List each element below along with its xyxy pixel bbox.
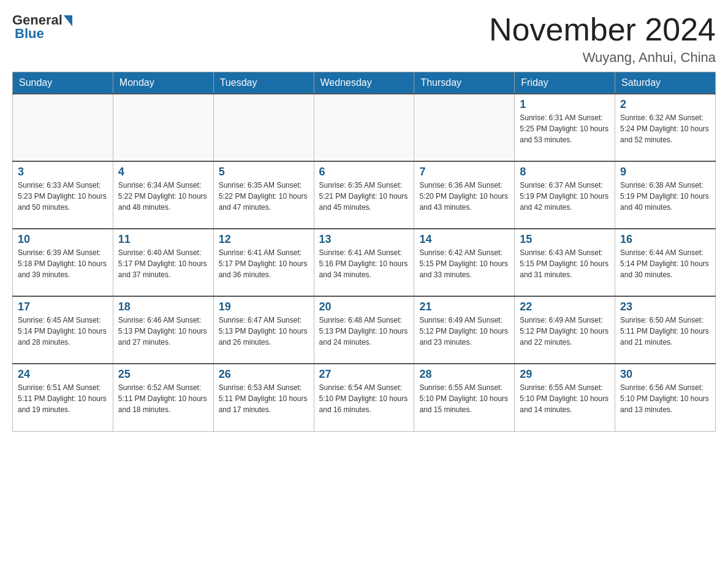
calendar-cell: 9Sunrise: 6:38 AM Sunset: 5:19 PM Daylig… — [615, 161, 716, 229]
day-info: Sunrise: 6:42 AM Sunset: 5:15 PM Dayligh… — [419, 247, 509, 280]
calendar-cell: 10Sunrise: 6:39 AM Sunset: 5:18 PM Dayli… — [13, 229, 113, 296]
month-title: November 2024 — [489, 12, 716, 47]
weekday-header-wednesday: Wednesday — [314, 72, 414, 94]
day-number: 11 — [118, 233, 208, 246]
calendar-cell: 28Sunrise: 6:55 AM Sunset: 5:10 PM Dayli… — [414, 364, 515, 431]
day-info: Sunrise: 6:49 AM Sunset: 5:12 PM Dayligh… — [419, 315, 509, 348]
calendar-cell: 30Sunrise: 6:56 AM Sunset: 5:10 PM Dayli… — [615, 364, 716, 431]
calendar-table: SundayMondayTuesdayWednesdayThursdayFrid… — [12, 72, 716, 432]
day-info: Sunrise: 6:35 AM Sunset: 5:22 PM Dayligh… — [219, 180, 309, 213]
calendar-cell: 2Sunrise: 6:32 AM Sunset: 5:24 PM Daylig… — [615, 94, 716, 161]
day-number: 18 — [118, 301, 208, 313]
day-number: 20 — [319, 301, 409, 313]
calendar-cell: 23Sunrise: 6:50 AM Sunset: 5:11 PM Dayli… — [615, 296, 716, 364]
day-info: Sunrise: 6:55 AM Sunset: 5:10 PM Dayligh… — [520, 382, 610, 415]
day-info: Sunrise: 6:44 AM Sunset: 5:14 PM Dayligh… — [620, 247, 710, 280]
calendar-cell: 4Sunrise: 6:34 AM Sunset: 5:22 PM Daylig… — [113, 161, 213, 229]
day-info: Sunrise: 6:51 AM Sunset: 5:11 PM Dayligh… — [18, 382, 108, 415]
calendar-cell — [213, 94, 314, 161]
calendar-cell: 8Sunrise: 6:37 AM Sunset: 5:19 PM Daylig… — [515, 161, 615, 229]
day-info: Sunrise: 6:48 AM Sunset: 5:13 PM Dayligh… — [319, 315, 409, 348]
week-row-1: 1Sunrise: 6:31 AM Sunset: 5:25 PM Daylig… — [13, 94, 716, 161]
calendar-cell: 21Sunrise: 6:49 AM Sunset: 5:12 PM Dayli… — [414, 296, 515, 364]
day-info: Sunrise: 6:32 AM Sunset: 5:24 PM Dayligh… — [620, 112, 710, 145]
calendar-cell: 12Sunrise: 6:41 AM Sunset: 5:17 PM Dayli… — [213, 229, 314, 296]
location-text: Wuyang, Anhui, China — [489, 50, 716, 66]
day-info: Sunrise: 6:54 AM Sunset: 5:10 PM Dayligh… — [319, 382, 409, 415]
day-number: 30 — [620, 368, 710, 381]
weekday-header-sunday: Sunday — [13, 72, 113, 94]
day-number: 19 — [219, 301, 309, 313]
day-number: 9 — [620, 166, 710, 178]
day-info: Sunrise: 6:43 AM Sunset: 5:15 PM Dayligh… — [520, 247, 610, 280]
calendar-cell: 19Sunrise: 6:47 AM Sunset: 5:13 PM Dayli… — [213, 296, 314, 364]
calendar-cell: 11Sunrise: 6:40 AM Sunset: 5:17 PM Dayli… — [113, 229, 213, 296]
week-row-2: 3Sunrise: 6:33 AM Sunset: 5:23 PM Daylig… — [13, 161, 716, 229]
day-info: Sunrise: 6:34 AM Sunset: 5:22 PM Dayligh… — [118, 180, 208, 213]
day-number: 29 — [520, 368, 610, 381]
calendar-cell: 7Sunrise: 6:36 AM Sunset: 5:20 PM Daylig… — [414, 161, 515, 229]
day-info: Sunrise: 6:39 AM Sunset: 5:18 PM Dayligh… — [18, 247, 108, 280]
day-info: Sunrise: 6:37 AM Sunset: 5:19 PM Dayligh… — [520, 180, 610, 213]
calendar-cell: 29Sunrise: 6:55 AM Sunset: 5:10 PM Dayli… — [515, 364, 615, 431]
logo-triangle-icon — [64, 15, 72, 26]
calendar-cell — [13, 94, 113, 161]
day-number: 6 — [319, 166, 409, 178]
calendar-cell: 14Sunrise: 6:42 AM Sunset: 5:15 PM Dayli… — [414, 229, 515, 296]
week-row-5: 24Sunrise: 6:51 AM Sunset: 5:11 PM Dayli… — [13, 364, 716, 431]
day-info: Sunrise: 6:38 AM Sunset: 5:19 PM Dayligh… — [620, 180, 710, 213]
day-info: Sunrise: 6:50 AM Sunset: 5:11 PM Dayligh… — [620, 315, 710, 348]
day-number: 25 — [118, 368, 208, 381]
calendar-cell: 16Sunrise: 6:44 AM Sunset: 5:14 PM Dayli… — [615, 229, 716, 296]
day-number: 22 — [520, 301, 610, 313]
weekday-header-row: SundayMondayTuesdayWednesdayThursdayFrid… — [13, 72, 716, 94]
day-info: Sunrise: 6:53 AM Sunset: 5:11 PM Dayligh… — [219, 382, 309, 415]
calendar-cell: 3Sunrise: 6:33 AM Sunset: 5:23 PM Daylig… — [13, 161, 113, 229]
page-header: General Blue November 2024 Wuyang, Anhui… — [12, 12, 716, 66]
day-info: Sunrise: 6:56 AM Sunset: 5:10 PM Dayligh… — [620, 382, 710, 415]
day-number: 5 — [219, 166, 309, 178]
weekday-header-monday: Monday — [113, 72, 213, 94]
day-number: 24 — [18, 368, 108, 381]
title-block: November 2024 Wuyang, Anhui, China — [489, 12, 716, 66]
calendar-cell: 20Sunrise: 6:48 AM Sunset: 5:13 PM Dayli… — [314, 296, 414, 364]
day-info: Sunrise: 6:41 AM Sunset: 5:17 PM Dayligh… — [219, 247, 309, 280]
day-number: 23 — [620, 301, 710, 313]
day-number: 2 — [620, 98, 710, 111]
day-info: Sunrise: 6:47 AM Sunset: 5:13 PM Dayligh… — [219, 315, 309, 348]
day-number: 21 — [419, 301, 509, 313]
day-number: 13 — [319, 233, 409, 246]
calendar-cell: 15Sunrise: 6:43 AM Sunset: 5:15 PM Dayli… — [515, 229, 615, 296]
calendar-cell — [314, 94, 414, 161]
calendar-cell: 6Sunrise: 6:35 AM Sunset: 5:21 PM Daylig… — [314, 161, 414, 229]
calendar-cell: 22Sunrise: 6:49 AM Sunset: 5:12 PM Dayli… — [515, 296, 615, 364]
calendar-cell: 13Sunrise: 6:41 AM Sunset: 5:16 PM Dayli… — [314, 229, 414, 296]
day-info: Sunrise: 6:46 AM Sunset: 5:13 PM Dayligh… — [118, 315, 208, 348]
weekday-header-friday: Friday — [515, 72, 615, 94]
day-number: 7 — [419, 166, 509, 178]
calendar-cell: 17Sunrise: 6:45 AM Sunset: 5:14 PM Dayli… — [13, 296, 113, 364]
day-number: 26 — [219, 368, 309, 381]
day-number: 10 — [18, 233, 108, 246]
logo-blue-text: Blue — [15, 26, 44, 42]
calendar-cell: 25Sunrise: 6:52 AM Sunset: 5:11 PM Dayli… — [113, 364, 213, 431]
day-number: 14 — [419, 233, 509, 246]
day-info: Sunrise: 6:31 AM Sunset: 5:25 PM Dayligh… — [520, 112, 610, 145]
day-info: Sunrise: 6:49 AM Sunset: 5:12 PM Dayligh… — [520, 315, 610, 348]
day-number: 4 — [118, 166, 208, 178]
week-row-4: 17Sunrise: 6:45 AM Sunset: 5:14 PM Dayli… — [13, 296, 716, 364]
calendar-cell: 27Sunrise: 6:54 AM Sunset: 5:10 PM Dayli… — [314, 364, 414, 431]
calendar-cell: 24Sunrise: 6:51 AM Sunset: 5:11 PM Dayli… — [13, 364, 113, 431]
week-row-3: 10Sunrise: 6:39 AM Sunset: 5:18 PM Dayli… — [13, 229, 716, 296]
weekday-header-saturday: Saturday — [615, 72, 716, 94]
calendar-cell: 18Sunrise: 6:46 AM Sunset: 5:13 PM Dayli… — [113, 296, 213, 364]
day-number: 8 — [520, 166, 610, 178]
day-info: Sunrise: 6:41 AM Sunset: 5:16 PM Dayligh… — [319, 247, 409, 280]
day-number: 3 — [18, 166, 108, 178]
calendar-cell: 1Sunrise: 6:31 AM Sunset: 5:25 PM Daylig… — [515, 94, 615, 161]
day-number: 27 — [319, 368, 409, 381]
calendar-cell: 26Sunrise: 6:53 AM Sunset: 5:11 PM Dayli… — [213, 364, 314, 431]
logo: General Blue — [12, 12, 72, 42]
day-number: 15 — [520, 233, 610, 246]
day-number: 1 — [520, 98, 610, 111]
